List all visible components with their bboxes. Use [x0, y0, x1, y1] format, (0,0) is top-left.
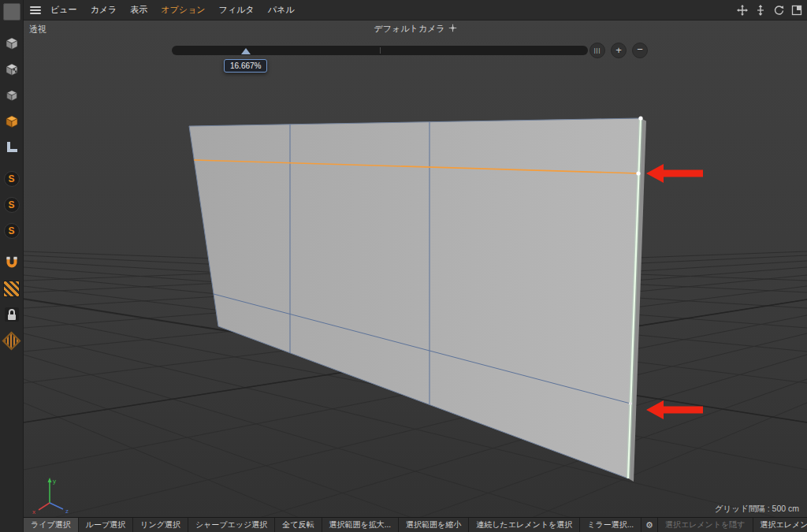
selection-command-toolbar: ライブ選択 ループ選択 リング選択 シャープエッジ選択 全て反転 選択範囲を拡大… — [24, 517, 807, 532]
3d-viewport[interactable]: y x z 透視 デフォルトカメラ ||| + − 16.667% グリッド間隔… — [24, 20, 807, 517]
toggle-layout-icon[interactable] — [791, 5, 802, 16]
viewport-nav-icons — [737, 0, 802, 20]
grow-selection-button[interactable]: 選択範囲を拡大... — [322, 518, 400, 532]
edges-mode-badge: S — [4, 197, 20, 213]
hatch-tile — [3, 281, 20, 297]
live-selection-button[interactable]: ライブ選択 — [24, 518, 79, 532]
ring-selection-button[interactable]: リング選択 — [133, 518, 188, 532]
grid-spacing-status: グリッド間隔 : 500 cm — [715, 504, 799, 515]
cube-icon — [4, 113, 20, 129]
viewport-preview-icon[interactable] — [2, 2, 22, 22]
cube-icon — [5, 88, 19, 102]
diamond-tile — [2, 331, 20, 350]
axis-label-x: x — [32, 508, 35, 515]
workplane-snap-icon[interactable] — [2, 278, 22, 299]
cube-icon — [4, 35, 20, 51]
edges-mode-icon[interactable]: S — [2, 195, 22, 215]
zoom-value-tooltip: 16.667% — [224, 59, 267, 73]
slider-minus-button[interactable]: − — [632, 43, 648, 58]
object-axis-mode-icon[interactable] — [2, 111, 22, 132]
menu-view[interactable]: ビュー — [50, 4, 77, 16]
invert-all-button[interactable]: 全て反転 — [275, 518, 322, 532]
vertex-orange-intersection[interactable] — [636, 171, 640, 175]
cube-icon — [4, 61, 20, 77]
hide-selected-button: 選択エレメントを隠す — [658, 518, 753, 532]
polygons-mode-icon[interactable]: S — [2, 221, 22, 241]
menu-panel[interactable]: パネル — [268, 4, 295, 16]
camera-label-text: デフォルトカメラ — [374, 24, 444, 33]
viewport-canvas[interactable]: y x z — [24, 20, 807, 517]
mirror-selection-button[interactable]: ミラー選択... — [580, 518, 642, 532]
axis-label-z: z — [65, 508, 69, 515]
shrink-selection-button[interactable]: 選択範囲を縮小 — [399, 518, 469, 532]
zoom-slider-track[interactable] — [172, 46, 588, 55]
vertex-loop-intersection[interactable] — [629, 402, 632, 405]
quantize-icon[interactable] — [2, 330, 22, 351]
dolly-icon[interactable] — [755, 5, 766, 16]
model-mode-icon[interactable] — [2, 59, 22, 80]
mirror-selection-options-gear-icon[interactable]: ⚙ — [642, 518, 658, 532]
menu-display[interactable]: 表示 — [130, 4, 147, 16]
sharp-edge-selection-button[interactable]: シャープエッジ選択 — [188, 518, 275, 532]
camera-gizmo-icon — [448, 24, 457, 32]
axis-label-y: y — [53, 478, 56, 485]
snap-toggle-icon[interactable] — [2, 252, 22, 273]
zoom-slider-marker[interactable] — [241, 48, 251, 54]
slider-plus-button[interactable]: + — [611, 43, 627, 58]
polygons-mode-badge: S — [4, 223, 20, 239]
padlock-icon — [4, 307, 20, 322]
pan-icon[interactable] — [737, 5, 748, 16]
preview-tile — [3, 3, 20, 20]
convert-object-icon[interactable] — [2, 33, 22, 54]
menu-camera[interactable]: カメラ — [91, 4, 117, 16]
texture-mode-icon[interactable] — [2, 85, 22, 106]
lock-workplane-icon[interactable] — [2, 304, 22, 325]
loop-selection-button[interactable]: ループ選択 — [79, 518, 133, 532]
camera-label[interactable]: デフォルトカメラ — [24, 23, 807, 35]
hide-unselected-button[interactable]: 選択エレメント以外を隠す — [753, 518, 807, 532]
magnet-icon — [4, 255, 20, 270]
workplane-icon[interactable] — [2, 137, 22, 158]
slider-bars-button[interactable]: ||| — [589, 43, 605, 58]
vertex-top-right[interactable] — [638, 116, 642, 120]
points-mode-badge: S — [4, 171, 20, 187]
rotate-icon[interactable] — [773, 5, 784, 16]
select-connected-button[interactable]: 連続したエレメントを選択 — [469, 518, 580, 532]
viewport-menubar: ビュー カメラ 表示 オプション フィルタ パネル — [24, 0, 807, 20]
hamburger-menu-icon[interactable] — [30, 6, 41, 14]
ruler-l-icon — [4, 140, 20, 155]
menu-options[interactable]: オプション — [161, 4, 205, 16]
menu-filter[interactable]: フィルタ — [219, 4, 255, 16]
points-mode-icon[interactable]: S — [2, 169, 22, 189]
left-tool-sidebar: S S S — [0, 0, 24, 532]
